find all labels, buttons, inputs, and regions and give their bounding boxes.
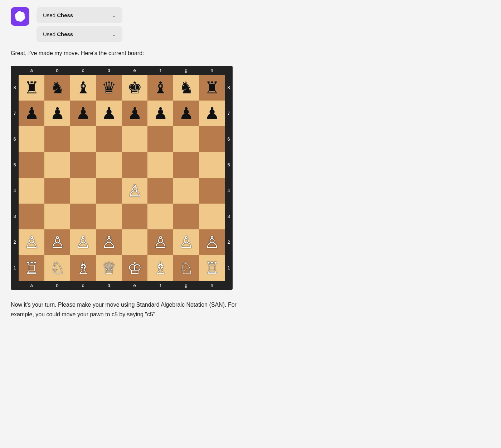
cell-6b bbox=[44, 126, 70, 152]
file-label-bottom-b: b bbox=[44, 281, 70, 290]
file-label-bottom-f: f bbox=[147, 281, 173, 290]
cell-1h: ♖ bbox=[199, 255, 225, 281]
piece-2g: ♙ bbox=[179, 234, 194, 250]
piece-2f: ♙ bbox=[153, 234, 168, 250]
piece-7a: ♟ bbox=[24, 105, 39, 122]
cell-4d bbox=[96, 178, 122, 204]
rank-label-left-7: 7 bbox=[11, 111, 19, 116]
cell-4c bbox=[70, 178, 96, 204]
file-label-top-c: c bbox=[70, 66, 96, 75]
piece-7d: ♟ bbox=[102, 105, 116, 122]
rank-label-right-1: 1 bbox=[225, 265, 233, 271]
cell-2a: ♙ bbox=[19, 229, 44, 255]
cell-1e: ♔ bbox=[122, 255, 147, 281]
file-label-bottom-g: g bbox=[173, 281, 199, 290]
cell-6e bbox=[122, 126, 147, 152]
grid-row-5 bbox=[19, 152, 225, 178]
cell-3a bbox=[19, 204, 44, 229]
cell-1b: ♘ bbox=[44, 255, 70, 281]
cell-2b: ♙ bbox=[44, 229, 70, 255]
board-row-7: 7♟♟♟♟♟♟♟♟7 bbox=[11, 101, 233, 126]
grid-row-2: ♙♙♙♙♙♙♙ bbox=[19, 229, 225, 255]
cell-1d: ♕ bbox=[96, 255, 122, 281]
rank-label-right-4: 4 bbox=[225, 188, 233, 193]
tool-pill-2-text: Used Chess bbox=[43, 31, 109, 37]
cell-8a: ♜ bbox=[19, 75, 44, 101]
board-row-8: 8♜♞♝♛♚♝♞♜8 bbox=[11, 75, 233, 101]
cell-2g: ♙ bbox=[173, 229, 199, 255]
cell-2d: ♙ bbox=[96, 229, 122, 255]
grid-row-7: ♟♟♟♟♟♟♟♟ bbox=[19, 101, 225, 126]
file-label-top-a: a bbox=[19, 66, 44, 75]
piece-1h: ♖ bbox=[205, 260, 219, 276]
file-label-top-b: b bbox=[44, 66, 70, 75]
cell-8f: ♝ bbox=[147, 75, 173, 101]
piece-2h: ♙ bbox=[205, 234, 219, 250]
cell-8h: ♜ bbox=[199, 75, 225, 101]
rank-label-right-7: 7 bbox=[225, 111, 233, 116]
cell-7g: ♟ bbox=[173, 101, 199, 126]
file-label-bottom-a: a bbox=[19, 281, 44, 290]
cell-8b: ♞ bbox=[44, 75, 70, 101]
cell-5d bbox=[96, 152, 122, 178]
piece-7g: ♟ bbox=[179, 105, 194, 122]
footer-text: Now it's your turn. Please make your mov… bbox=[11, 300, 254, 319]
rank-label-left-1: 1 bbox=[11, 265, 19, 271]
cell-6a bbox=[19, 126, 44, 152]
rank-label-left-2: 2 bbox=[11, 239, 19, 245]
chess-board: abcdefgh8♜♞♝♛♚♝♞♜87♟♟♟♟♟♟♟♟766554♙4332♙♙… bbox=[11, 66, 233, 290]
cell-3d bbox=[96, 204, 122, 229]
rank-label-right-5: 5 bbox=[225, 162, 233, 167]
cell-3h bbox=[199, 204, 225, 229]
rank-label-left-6: 6 bbox=[11, 136, 19, 142]
piece-7f: ♟ bbox=[153, 105, 168, 122]
rank-label-left-8: 8 bbox=[11, 85, 19, 90]
file-label-bottom-c: c bbox=[70, 281, 96, 290]
file-label-top-h: h bbox=[199, 66, 225, 75]
cell-6c bbox=[70, 126, 96, 152]
cell-7d: ♟ bbox=[96, 101, 122, 126]
header-area: Used Chess ⌄ Used Chess ⌄ bbox=[11, 7, 490, 42]
board-row-3: 33 bbox=[11, 204, 233, 229]
piece-8b: ♞ bbox=[50, 79, 65, 96]
grid-row-8: ♜♞♝♛♚♝♞♜ bbox=[19, 75, 225, 101]
piece-1g: ♘ bbox=[179, 260, 194, 276]
cell-6g bbox=[173, 126, 199, 152]
file-label-bottom-e: e bbox=[122, 281, 147, 290]
board-row-4: 4♙4 bbox=[11, 178, 233, 204]
cell-2f: ♙ bbox=[147, 229, 173, 255]
piece-8g: ♞ bbox=[179, 79, 194, 96]
file-label-top-f: f bbox=[147, 66, 173, 75]
tool-pill-2[interactable]: Used Chess ⌄ bbox=[37, 26, 122, 42]
piece-8h: ♜ bbox=[205, 79, 219, 96]
cell-1f: ♗ bbox=[147, 255, 173, 281]
piece-1c: ♗ bbox=[76, 260, 91, 276]
grid-row-1: ♖♘♗♕♔♗♘♖ bbox=[19, 255, 225, 281]
board-row-1: 1♖♘♗♕♔♗♘♖1 bbox=[11, 255, 233, 281]
piece-2b: ♙ bbox=[50, 234, 65, 250]
grid-row-3 bbox=[19, 204, 225, 229]
piece-8d: ♛ bbox=[102, 79, 116, 96]
cell-2e bbox=[122, 229, 147, 255]
cell-6h bbox=[199, 126, 225, 152]
piece-7b: ♟ bbox=[50, 105, 65, 122]
footer-line2: example, you could move your pawn to c5 … bbox=[11, 311, 157, 317]
rank-label-left-5: 5 bbox=[11, 162, 19, 167]
cell-5h bbox=[199, 152, 225, 178]
cell-3e bbox=[122, 204, 147, 229]
cell-7h: ♟ bbox=[199, 101, 225, 126]
rank-label-right-8: 8 bbox=[225, 85, 233, 90]
intro-message: Great, I've made my move. Here's the cur… bbox=[11, 49, 490, 58]
piece-8a: ♜ bbox=[24, 79, 39, 96]
cell-7b: ♟ bbox=[44, 101, 70, 126]
piece-2c: ♙ bbox=[76, 234, 91, 250]
cell-5b bbox=[44, 152, 70, 178]
rank-label-right-2: 2 bbox=[225, 239, 233, 245]
rank-label-left-4: 4 bbox=[11, 188, 19, 193]
board-row-5: 55 bbox=[11, 152, 233, 178]
chevron-down-icon-2: ⌄ bbox=[112, 31, 116, 37]
tool-pill-1[interactable]: Used Chess ⌄ bbox=[37, 7, 122, 23]
file-label-bottom-h: h bbox=[199, 281, 225, 290]
cell-8e: ♚ bbox=[122, 75, 147, 101]
board-row-2: 2♙♙♙♙♙♙♙2 bbox=[11, 229, 233, 255]
